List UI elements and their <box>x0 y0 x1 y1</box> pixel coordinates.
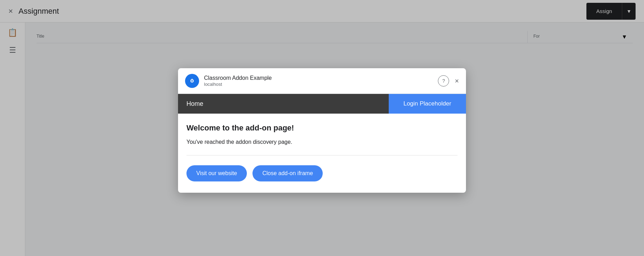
modal-body: Welcome to the add-on page! You've reach… <box>178 114 466 193</box>
modal-nav: Home Login Placeholder <box>178 94 466 114</box>
addon-name: Classroom Addon Example <box>204 75 272 81</box>
welcome-heading: Welcome to the add-on page! <box>186 123 458 133</box>
background-page: × Assignment Assign ▼ 📋 ☰ Title For ▼ <box>0 0 644 256</box>
modal-header: Classroom Addon Example localhost ? × <box>178 68 466 94</box>
nav-home-label: Home <box>186 100 203 108</box>
help-button[interactable]: ? <box>438 75 449 87</box>
addon-logo-svg <box>188 77 196 85</box>
addon-info: Classroom Addon Example localhost <box>204 75 272 87</box>
modal-close-button[interactable]: × <box>455 77 459 84</box>
modal-actions: Visit our website Close add-on iframe <box>186 165 458 181</box>
close-addon-button[interactable]: Close add-on iframe <box>252 165 323 181</box>
modal-header-left: Classroom Addon Example localhost <box>185 74 272 88</box>
addon-modal: Classroom Addon Example localhost ? × Ho… <box>178 68 466 193</box>
nav-home-button[interactable]: Home <box>178 94 389 114</box>
nav-login-label: Login Placeholder <box>403 100 451 107</box>
nav-login-button[interactable]: Login Placeholder <box>389 94 466 114</box>
visit-website-button[interactable]: Visit our website <box>186 165 247 181</box>
discovery-text: You've reached the addon discovery page. <box>186 139 458 145</box>
modal-header-right: ? × <box>438 75 459 87</box>
addon-host: localhost <box>204 82 272 87</box>
modal-divider <box>186 155 458 155</box>
addon-icon <box>185 74 199 88</box>
